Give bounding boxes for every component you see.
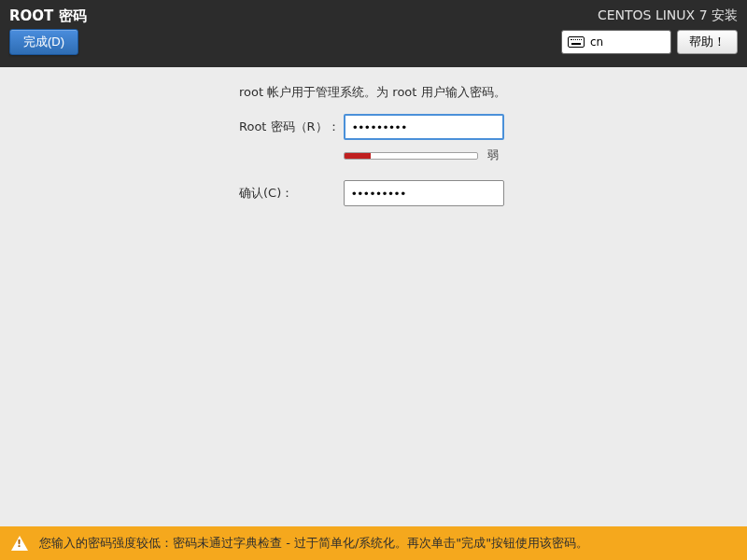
confirm-row: 确认(C)： <box>37 180 710 206</box>
description-text: root 帐户用于管理系统。为 root 用户输入密码。 <box>239 84 710 101</box>
warning-bar: 您输入的密码强度较低：密码未通过字典检查 - 过于简单化/系统化。再次单击"完成… <box>0 526 747 560</box>
warning-message: 您输入的密码强度较低：密码未通过字典检查 - 过于简单化/系统化。再次单击"完成… <box>39 535 588 552</box>
password-strength-fill <box>345 153 371 159</box>
header-right: CENTOS LINUX 7 安装 cn 帮助！ <box>561 7 738 58</box>
password-strength-bar <box>344 152 478 160</box>
page-title: ROOT 密码 <box>9 7 87 25</box>
header-left: ROOT 密码 完成(D) <box>9 7 87 58</box>
content-area: root 帐户用于管理系统。为 root 用户输入密码。 Root 密码（R）：… <box>0 67 747 231</box>
header-bar: ROOT 密码 完成(D) CENTOS LINUX 7 安装 cn 帮助！ <box>0 0 747 67</box>
done-button[interactable]: 完成(D) <box>9 29 78 55</box>
lang-code: cn <box>590 35 603 49</box>
keyboard-icon <box>568 36 585 48</box>
password-label: Root 密码（R）： <box>37 119 344 135</box>
password-strength-label: 弱 <box>487 147 499 163</box>
strength-row: 弱 <box>344 147 710 163</box>
root-password-input[interactable] <box>344 114 504 140</box>
help-button[interactable]: 帮助！ <box>677 30 738 54</box>
confirm-password-input[interactable] <box>344 180 504 206</box>
password-row: Root 密码（R）： <box>37 114 710 140</box>
confirm-label: 确认(C)： <box>37 185 344 202</box>
warning-icon <box>11 536 28 551</box>
keyboard-layout-selector[interactable]: cn <box>561 30 671 54</box>
header-controls: cn 帮助！ <box>561 30 738 54</box>
installer-title: CENTOS LINUX 7 安装 <box>598 7 738 24</box>
